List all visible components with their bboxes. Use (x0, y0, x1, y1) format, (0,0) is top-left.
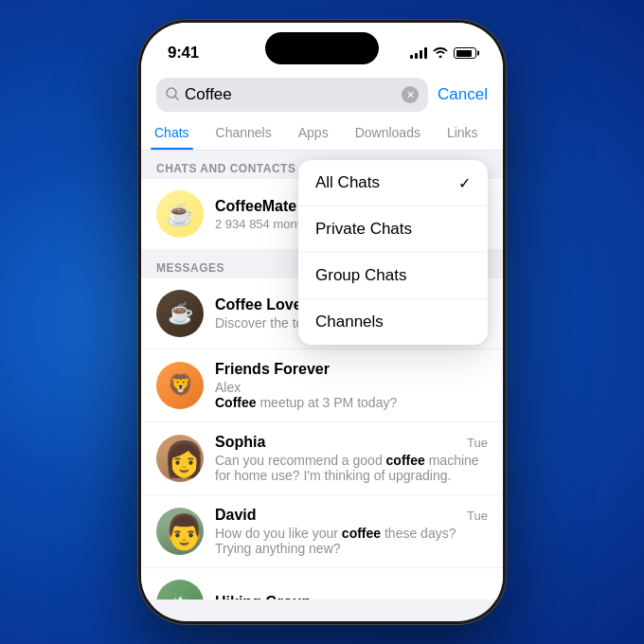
chat-info: Friends Forever Alex Coffee meetup at 3 … (215, 361, 488, 410)
svg-line-1 (175, 97, 178, 99)
status-icons (410, 45, 476, 61)
chat-name: David (215, 507, 257, 524)
list-item[interactable]: David Tue How do you like your coffee th… (141, 495, 503, 568)
avatar: 🦁 (156, 362, 204, 409)
avatar: ☕ (156, 190, 204, 238)
chat-time: Tue (467, 436, 488, 450)
chat-info: Hiking Group (215, 594, 488, 599)
search-input-wrapper[interactable]: Coffee ✕ (156, 78, 428, 112)
avatar (156, 508, 204, 555)
signal-icon (410, 47, 427, 59)
wifi-icon (433, 45, 448, 61)
tab-apps[interactable]: Apps (285, 119, 342, 150)
chat-name: Hiking Group (215, 594, 488, 599)
dropdown-menu: All Chats ✓ Private Chats Group Chats Ch… (298, 160, 488, 345)
chat-info: Sophia Tue Can you recommend a good coff… (215, 434, 488, 483)
list-item[interactable]: Sophia Tue Can you recommend a good coff… (141, 422, 503, 495)
tab-chats[interactable]: Chats (141, 119, 203, 150)
chat-message-preview: Coffee meetup at 3 PM today? (215, 395, 488, 410)
chat-preview: How do you like your coffee these days? … (215, 526, 488, 556)
search-clear-button[interactable]: ✕ (402, 86, 419, 103)
phone-screen: 9:41 (141, 23, 503, 621)
avatar: ☕ (156, 290, 204, 337)
dropdown-item-channels[interactable]: Channels (298, 299, 488, 345)
search-icon (166, 87, 179, 103)
dynamic-island (265, 32, 379, 64)
list-item[interactable]: 🏔️ Hiking Group (141, 568, 503, 599)
tab-channels[interactable]: Channels (203, 119, 285, 150)
phone-frame: 9:41 (137, 19, 507, 625)
chat-preview: Alex (215, 380, 488, 395)
dropdown-item-label: Channels (315, 313, 384, 331)
cancel-button[interactable]: Cancel (438, 85, 488, 104)
tabs-container: Chats Channels Apps Downloads Links (141, 112, 503, 151)
search-value: Coffee (185, 85, 396, 104)
avatar (156, 435, 204, 482)
list-item[interactable]: 🦁 Friends Forever Alex Coffee meetup at … (141, 349, 503, 422)
content-area: CHATS AND CONTACTS ☕ CoffeeMate 2 934 85… (141, 151, 503, 599)
chat-info: David Tue How do you like your coffee th… (215, 507, 488, 556)
dropdown-item-label: All Chats (315, 173, 380, 192)
chat-name: Sophia (215, 434, 265, 451)
dropdown-item-private-chats[interactable]: Private Chats (298, 206, 488, 253)
battery-icon (454, 47, 476, 59)
dropdown-item-label: Group Chats (315, 266, 406, 285)
tab-downloads[interactable]: Downloads (342, 119, 434, 150)
dropdown-item-group-chats[interactable]: Group Chats (298, 253, 488, 299)
tab-links[interactable]: Links (434, 119, 492, 150)
chat-name: Friends Forever (215, 361, 488, 378)
checkmark-icon: ✓ (458, 174, 471, 192)
search-container: Coffee ✕ Cancel (141, 70, 503, 112)
status-bar: 9:41 (141, 23, 503, 70)
status-time: 9:41 (168, 44, 199, 63)
avatar: 🏔️ (156, 580, 204, 599)
dropdown-item-label: Private Chats (315, 220, 412, 239)
chat-time: Tue (467, 509, 488, 523)
chat-preview: Can you recommend a good coffee machine … (215, 453, 488, 483)
dropdown-item-all-chats[interactable]: All Chats ✓ (298, 160, 488, 206)
